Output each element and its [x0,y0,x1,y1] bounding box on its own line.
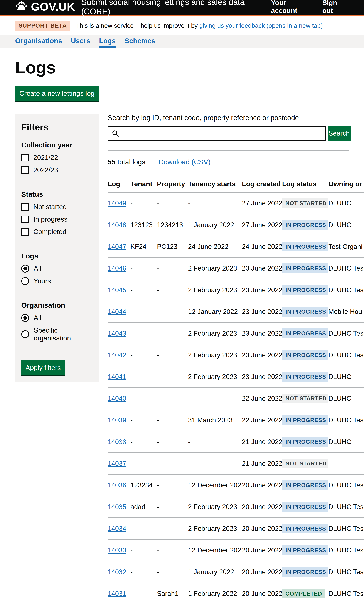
tenant-cell: - [130,453,157,474]
logs-legend: Logs [21,252,93,260]
status-tag: NOT STARTED [282,198,328,208]
checkbox-box[interactable] [21,166,29,174]
tenancy-starts-cell: - [188,388,242,409]
nav-item-schemes[interactable]: Schemes [125,35,155,48]
log-id-link[interactable]: 14048 [108,221,126,229]
radio-button[interactable] [21,330,29,338]
log-id-link[interactable]: 14037 [108,460,126,467]
checkbox-2021-22[interactable]: 2021/22 [21,154,93,162]
apply-filters-button[interactable]: Apply filters [21,360,65,375]
log-id-link[interactable]: 14035 [108,503,126,510]
nav-item-organisations[interactable]: Organisations [15,35,62,48]
radio-organisation-specific[interactable]: Specific organisation [21,326,93,342]
log-created-cell: 23 June 2022 [242,279,282,301]
table-row: 14035 adad - 2 February 2023 20 June 202… [108,496,364,518]
owning-org-cell: DLUHC Tes [328,344,364,366]
tenant-cell: - [130,257,157,279]
log-id-link[interactable]: 14046 [108,265,126,272]
phase-banner-text: This is a new service – help us improve … [76,22,323,29]
log-id-link[interactable]: 14036 [108,481,126,489]
log-id-link[interactable]: 14039 [108,416,126,424]
owning-org-cell: DLUHC [328,192,364,214]
status-tag: IN PROGRESS [282,372,328,382]
checkbox-box[interactable] [21,154,29,161]
checkbox-in-progress[interactable]: In progress [21,215,93,223]
tenancy-starts-cell: 2 February 2023 [188,344,242,366]
beta-tag: SUPPORT BETA [15,21,70,31]
property-cell: - [157,496,188,518]
log-id-link[interactable]: 14047 [108,243,126,250]
table-row: 14041 - - 2 February 2023 23 June 2022 I… [108,366,364,388]
tenancy-starts-cell: 1 January 2022 [188,214,242,236]
radio-button[interactable] [21,314,29,322]
status-tag: IN PROGRESS [282,285,328,295]
checkbox-box[interactable] [21,203,29,211]
property-cell: 1234213 [157,214,188,236]
table-row: 14040 - - - 22 June 2022 NOT STARTED DLU… [108,388,364,409]
log-id-link[interactable]: 14042 [108,351,126,359]
col-header-log-status: Log status [282,177,328,192]
tenancy-starts-cell: 12 December 2021 [188,539,242,561]
status-tag: COMPLETED [282,589,325,598]
checkbox-label: In progress [33,215,68,223]
total-logs-count: 55 [108,158,116,166]
log-id-link[interactable]: 14034 [108,525,126,532]
log-id-link[interactable]: 14045 [108,286,126,294]
service-name-link[interactable]: Submit social housing lettings and sales… [81,0,271,16]
table-row: 14042 - - 2 February 2023 23 June 2022 I… [108,344,364,366]
log-id-link[interactable]: 14041 [108,373,126,380]
checkbox-box[interactable] [21,216,29,223]
checkbox-label: 2021/22 [33,154,58,162]
tenancy-starts-cell: 2 February 2023 [188,257,242,279]
radio-button[interactable] [21,277,29,285]
download-csv-link[interactable]: Download (CSV) [159,158,211,166]
owning-org-cell: Test Organi [328,236,364,257]
log-id-link[interactable]: 14031 [108,590,126,597]
status-tag: IN PROGRESS [282,502,328,512]
feedback-link[interactable]: giving us your feedback (opens in a new … [199,22,323,29]
search-button[interactable]: Search [328,126,351,140]
nav-item-logs[interactable]: Logs [99,35,116,48]
nav-item-users[interactable]: Users [71,35,90,48]
log-created-cell: 23 June 2022 [242,366,282,388]
status-tag: IN PROGRESS [282,263,328,273]
log-id-link[interactable]: 14049 [108,199,126,207]
log-created-cell: 20 June 2022 [242,561,282,583]
create-lettings-log-button[interactable]: Create a new lettings log [15,86,99,101]
property-cell: - [157,192,188,214]
checkbox-not-started[interactable]: Not started [21,203,93,211]
checkbox-2022-23[interactable]: 2022/23 [21,166,93,174]
owning-org-cell: DLUHC Tes [328,496,364,518]
radio-button[interactable] [21,265,29,273]
owning-org-cell: DLUHC [328,431,364,453]
filters-heading: Filters [21,122,93,132]
sign-out-link[interactable]: Sign out [322,0,349,14]
property-cell: - [157,301,188,323]
owning-org-cell: DLUHC Tes [328,474,364,496]
checkbox-completed[interactable]: Completed [21,228,93,236]
search-input[interactable] [108,126,326,140]
status-tag: IN PROGRESS [282,307,328,316]
results-section: Search by log ID, tenant code, property … [108,114,349,603]
checkbox-label: 2022/23 [33,166,58,174]
table-row: 14033 - - 12 December 2021 20 June 2022 … [108,539,364,561]
radio-organisation-all[interactable]: All [21,314,93,322]
your-account-link[interactable]: Your account [271,0,313,14]
checkbox-box[interactable] [21,228,29,235]
table-row: 14043 - - 2 February 2023 23 June 2022 I… [108,323,364,344]
radio-logs-all[interactable]: All [21,265,93,273]
owning-org-cell [328,453,364,474]
govuk-logo-link[interactable]: GOV.UK [15,0,75,13]
log-id-link[interactable]: 14043 [108,330,126,337]
radio-logs-yours[interactable]: Yours [21,277,93,285]
log-id-link[interactable]: 14040 [108,395,126,402]
status-tag: IN PROGRESS [282,415,328,425]
log-created-cell: 21 June 2022 [242,453,282,474]
search-label: Search by log ID, tenant code, property … [108,114,349,122]
filter-divider [21,293,93,293]
log-created-cell: 23 June 2022 [242,344,282,366]
log-id-link[interactable]: 14033 [108,546,126,554]
log-id-link[interactable]: 14038 [108,438,126,445]
log-id-link[interactable]: 14032 [108,568,126,576]
log-id-link[interactable]: 14044 [108,308,126,315]
